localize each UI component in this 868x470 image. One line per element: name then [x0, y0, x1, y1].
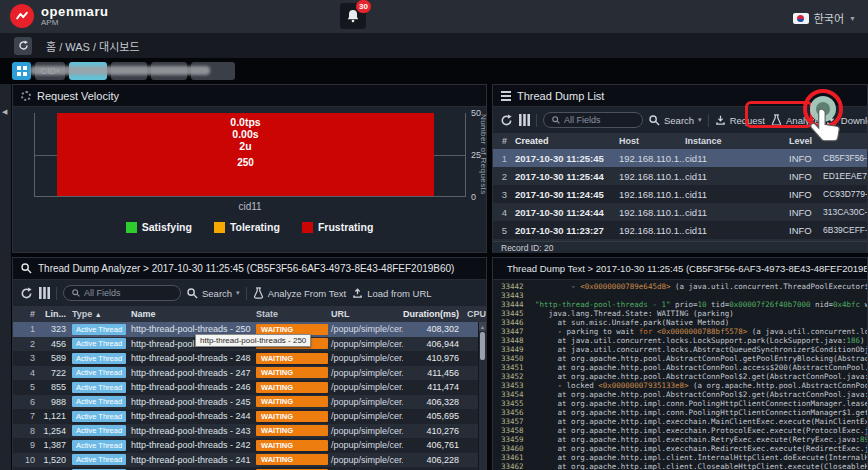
search-placeholder: All Fields	[84, 288, 121, 298]
cell-type: Active Thread	[71, 324, 127, 335]
cell-state: WAITING	[255, 425, 329, 436]
column-header-type[interactable]: Type ▲	[71, 309, 127, 319]
cell-state: WAITING	[255, 353, 329, 364]
cell-duration: 406,944	[403, 339, 463, 349]
request-velocity-chart: 0.0tps 0.00s 2u 250	[34, 113, 466, 197]
column-header[interactable]: State	[255, 309, 329, 319]
request-velocity-header[interactable]: Request Velocity	[13, 85, 486, 107]
cell-duration: 410,276	[403, 426, 463, 436]
cell-name: http-thread-pool-threads - 248	[127, 353, 255, 363]
table-row[interactable]: 91,387Active Threadhttp-thread-pool-thre…	[13, 438, 486, 453]
cell-duration: 411,456	[403, 368, 463, 378]
language-selector[interactable]: 한국어 ▼	[793, 10, 856, 26]
cell-duration: 406,328	[403, 397, 463, 407]
table-row[interactable]: 81,254Active Threadhttp-thread-pool-thre…	[13, 424, 486, 439]
column-header[interactable]: Host	[619, 136, 685, 146]
search-button[interactable]: Search ▾	[187, 288, 240, 299]
openmaru-logo-icon	[10, 4, 34, 28]
active-thread-badge: Active Thread	[72, 353, 126, 364]
table-row[interactable]: 4722Active Threadhttp-thread-pool-thread…	[13, 366, 486, 381]
cell-index: 9	[13, 440, 39, 450]
cell-id: 6B39CEFF-3315	[823, 225, 867, 235]
all-fields-search-input[interactable]: All Fields	[63, 285, 181, 301]
line-number: 33459	[493, 435, 535, 444]
refresh-page-button[interactable]	[14, 37, 32, 55]
table-row[interactable]: 42017-10-30 11:24:44192.168.110.1...cid1…	[493, 203, 867, 221]
column-header[interactable]: Instance	[685, 136, 789, 146]
column-header[interactable]: #	[493, 136, 511, 146]
chevron-down-icon: ▾	[236, 289, 240, 297]
vertical-scrollbar[interactable]: ▲	[478, 322, 486, 470]
thread-dump-analyzer-header[interactable]: Thread Dump Analyzer > 2017-10-30 11:25:…	[13, 258, 486, 280]
line-number: 33443	[493, 291, 535, 300]
refresh-icon[interactable]	[500, 114, 513, 127]
upload-icon	[352, 288, 363, 299]
cell-line: 1,387	[39, 440, 71, 450]
load-from-url-label: Load from URL	[367, 288, 431, 299]
frustrating-bar[interactable]: 0.0tps 0.00s 2u 250	[57, 113, 434, 196]
load-from-url-button[interactable]: Load from URL	[352, 288, 431, 299]
refresh-icon[interactable]	[20, 287, 33, 300]
table-row[interactable]: 101,520Active Threadhttp-thread-pool-thr…	[13, 453, 486, 468]
panel-title: Thread Dump Analyzer > 2017-10-30 11:25:…	[38, 263, 454, 274]
cell-index: 1	[13, 324, 39, 334]
waiting-badge: WAITING	[256, 353, 328, 364]
table-row[interactable]: 3589Active Threadhttp-thread-pool-thread…	[13, 351, 486, 366]
code-line: 33459 at org.apache.http.impl.execchain.…	[493, 435, 867, 444]
column-header[interactable]: #	[13, 309, 39, 319]
code-text: at org.apache.http.impl.execchain.RetryE…	[535, 435, 867, 444]
scrollbar-thumb[interactable]	[480, 332, 485, 360]
download-icon	[715, 115, 726, 126]
column-header[interactable]: Created	[511, 136, 619, 146]
sidebar-collapse-rail[interactable]: ◀	[0, 84, 11, 470]
cell-created: 2017-10-30 11:25:45	[511, 153, 619, 164]
brand-logo[interactable]: openmaru APM	[10, 4, 109, 28]
line-number: 33454	[493, 390, 535, 399]
cell-level: INFO	[789, 189, 823, 200]
cell-level: INFO	[789, 171, 823, 182]
columns-icon[interactable]	[519, 114, 530, 126]
table-row[interactable]: 6988Active Threadhttp-thread-pool-thread…	[13, 395, 486, 410]
divider	[708, 114, 709, 127]
columns-icon[interactable]	[39, 287, 50, 299]
scroll-up-arrow[interactable]: ▲	[479, 322, 486, 331]
column-header[interactable]: Name	[127, 309, 255, 319]
code-line: 33444"http-thread-pool-threads - 1" prio…	[493, 300, 867, 309]
cell-url: /popup/simple/cer...	[329, 368, 403, 378]
cell-state: WAITING	[255, 440, 329, 451]
analyze-from-text-button[interactable]: Analyze From Text	[253, 287, 347, 299]
column-header[interactable]: URL	[329, 309, 403, 319]
tdl-rows: 12017-10-30 11:25:45192.168.110.1...cid1…	[493, 149, 867, 242]
cell-state: WAITING	[255, 454, 329, 465]
search-icon	[649, 115, 660, 126]
dashboard-grid-button[interactable]	[12, 62, 31, 80]
table-row[interactable]: 22017-10-30 11:25:44192.168.110.1...cid1…	[493, 167, 867, 185]
thread-dump-text-header[interactable]: Thread Dump Text > 2017-10-30 11:25:45 (…	[493, 258, 867, 280]
all-fields-search-input[interactable]: All Fields	[543, 112, 643, 128]
cell-level: INFO	[789, 207, 823, 218]
cell-state: WAITING	[255, 367, 329, 378]
cell-name: http-thread-pool-threads - 247	[127, 368, 255, 378]
code-line: 33462 at org.apache.http.impl.client.Clo…	[493, 462, 867, 470]
panel-title: Request Velocity	[37, 90, 119, 102]
table-row[interactable]: 52017-10-30 11:23:27192.168.110.1...cid1…	[493, 221, 867, 239]
active-thread-badge: Active Thread	[72, 367, 126, 378]
cell-instance: cid11	[685, 171, 789, 182]
chevron-down-icon: ▾	[698, 116, 702, 124]
cell-type: Active Thread	[71, 425, 127, 436]
column-header[interactable]: CPU	[463, 309, 486, 319]
column-header[interactable]: Lin...	[39, 309, 71, 319]
y-tick: 0	[471, 192, 476, 202]
search-button[interactable]: Search ▾	[649, 115, 702, 126]
column-header[interactable]: Duration(ms)	[403, 309, 463, 319]
table-row[interactable]: 5855Active Threadhttp-thread-pool-thread…	[13, 380, 486, 395]
divider	[246, 287, 247, 300]
table-row[interactable]: 71,121Active Threadhttp-thread-pool-thre…	[13, 409, 486, 424]
line-number: 33444	[493, 300, 535, 309]
thread-dump-text-panel: Thread Dump Text > 2017-10-30 11:25:45 (…	[492, 257, 868, 470]
line-number: 33456	[493, 408, 535, 417]
table-row[interactable]: 32017-10-30 11:24:45192.168.110.1...cid1…	[493, 185, 867, 203]
table-row[interactable]: 12017-10-30 11:25:45192.168.110.1...cid1…	[493, 149, 867, 167]
cell-index: 10	[13, 455, 39, 465]
code-lines[interactable]: 33442 - <0x0000000789e645d8> (a java.uti…	[493, 280, 867, 470]
